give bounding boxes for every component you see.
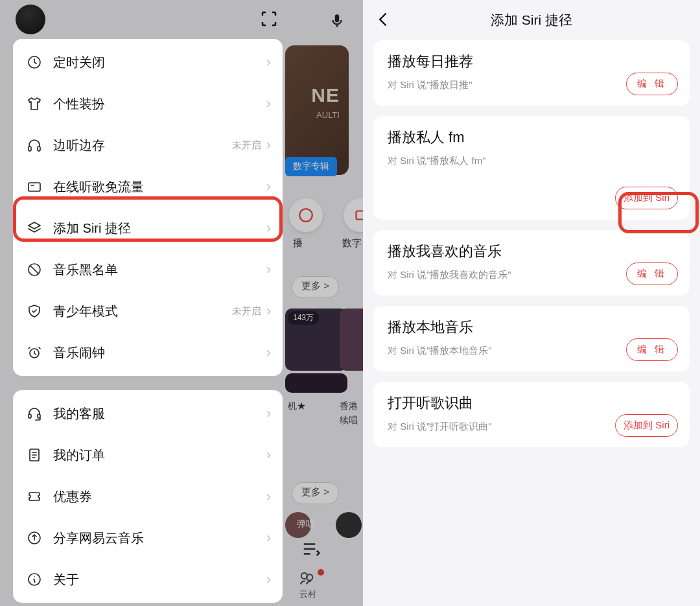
- layers-icon: [25, 220, 44, 236]
- settings-group-2: 我的客服›我的订单›优惠券›分享网易云音乐›关于›: [13, 390, 283, 603]
- settings-row-ticket[interactable]: 优惠券›: [13, 476, 283, 517]
- alarm-icon: [25, 345, 44, 360]
- shirt-icon: [25, 96, 44, 111]
- row-label: 我的订单: [53, 447, 105, 464]
- card-icon: [25, 179, 44, 194]
- siri-shortcuts-screen: 添加 Siri 捷径 播放每日推荐对 Siri 说"播放日推"编 辑播放私人 f…: [363, 0, 700, 606]
- back-icon[interactable]: [375, 10, 394, 30]
- row-label: 音乐闹钟: [53, 344, 105, 362]
- settings-row-shirt[interactable]: 个性装扮›: [13, 83, 283, 124]
- settings-row-headset[interactable]: 我的客服›: [13, 393, 283, 434]
- siri-card-title: 打开听歌识曲: [388, 393, 675, 413]
- siri-card-4: 打开听歌识曲对 Siri 说"打开听歌识曲"添加到 Siri: [373, 382, 690, 447]
- svg-rect-11: [29, 414, 31, 418]
- settings-row-share[interactable]: 分享网易云音乐›: [13, 517, 283, 559]
- settings-drawer: 定时关闭›个性装扮›边听边存未开启›在线听歌免流量›添加 Siri 捷径›音乐黑…: [13, 0, 283, 606]
- svg-rect-12: [38, 414, 40, 418]
- chevron-right-icon: ›: [266, 178, 271, 195]
- row-status: 未开启: [232, 139, 261, 152]
- settings-row-ban[interactable]: 音乐黑名单›: [13, 249, 283, 290]
- chevron-right-icon: ›: [266, 530, 271, 546]
- chevron-right-icon: ›: [266, 95, 271, 112]
- add-to-siri-button[interactable]: 添加到 Siri: [615, 414, 678, 437]
- svg-rect-7: [38, 146, 40, 151]
- chevron-right-icon: ›: [266, 571, 271, 588]
- edit-button[interactable]: 编 辑: [626, 73, 678, 95]
- row-label: 个性装扮: [53, 95, 105, 113]
- edit-button[interactable]: 编 辑: [626, 262, 678, 285]
- siri-card-3: 播放本地音乐对 Siri 说"播放本地音乐"编 辑: [373, 306, 690, 371]
- scan-icon[interactable]: [259, 9, 280, 30]
- settings-row-clock[interactable]: 定时关闭›: [13, 41, 283, 83]
- settings-row-headphones[interactable]: 边听边存未开启›: [13, 124, 283, 166]
- siri-card-title: 播放每日推荐: [388, 52, 675, 71]
- row-label: 关于: [53, 571, 79, 589]
- row-label: 音乐黑名单: [53, 261, 118, 279]
- siri-card-2: 播放我喜欢的音乐对 Siri 说"播放我喜欢的音乐"编 辑: [373, 230, 690, 296]
- chevron-right-icon: ›: [266, 405, 271, 422]
- chevron-right-icon: ›: [266, 54, 271, 71]
- row-label: 在线听歌免流量: [53, 178, 144, 196]
- clock-icon: [25, 54, 44, 70]
- row-label: 添加 Siri 捷径: [53, 220, 131, 237]
- chevron-right-icon: ›: [266, 303, 271, 320]
- row-label: 定时关闭: [53, 54, 105, 71]
- edit-button[interactable]: 编 辑: [626, 338, 678, 361]
- row-label: 优惠券: [53, 488, 92, 506]
- siri-card-title: 播放我喜欢的音乐: [388, 242, 675, 261]
- row-label: 边听边存: [53, 137, 105, 154]
- row-label: 我的客服: [53, 405, 105, 423]
- page-title: 添加 Siri 捷径: [491, 11, 572, 29]
- row-label: 青少年模式: [53, 303, 118, 320]
- headphones-icon: [25, 137, 44, 153]
- siri-card-1: 播放私人 fm对 Siri 说"播放私人 fm"添加到 Siri: [373, 116, 690, 220]
- siri-card-sub: 对 Siri 说"播放私人 fm": [388, 155, 675, 167]
- avatar[interactable]: [16, 5, 45, 34]
- chevron-right-icon: ›: [266, 220, 271, 237]
- svg-rect-6: [29, 146, 31, 151]
- row-status: 未开启: [232, 305, 261, 318]
- chevron-right-icon: ›: [266, 488, 271, 505]
- svg-rect-8: [29, 183, 40, 191]
- chevron-right-icon: ›: [266, 261, 271, 278]
- siri-card-0: 播放每日推荐对 Siri 说"播放日推"编 辑: [373, 40, 690, 106]
- headset-icon: [25, 406, 44, 421]
- settings-row-shield[interactable]: 青少年模式未开启›: [13, 290, 283, 332]
- shield-icon: [25, 303, 44, 319]
- doc-icon: [25, 447, 44, 463]
- add-to-siri-button[interactable]: 添加到 Siri: [615, 187, 678, 209]
- chevron-right-icon: ›: [266, 447, 271, 463]
- share-icon: [25, 530, 44, 546]
- settings-row-info[interactable]: 关于›: [13, 559, 283, 600]
- settings-row-layers[interactable]: 添加 Siri 捷径›: [13, 207, 283, 249]
- settings-row-alarm[interactable]: 音乐闹钟›: [13, 332, 283, 373]
- row-label: 分享网易云音乐: [53, 530, 144, 547]
- ticket-icon: [25, 489, 44, 504]
- settings-row-card[interactable]: 在线听歌免流量›: [13, 166, 283, 207]
- ban-icon: [25, 262, 44, 277]
- chevron-right-icon: ›: [266, 344, 271, 361]
- settings-row-doc[interactable]: 我的订单›: [13, 434, 283, 476]
- siri-card-title: 播放本地音乐: [388, 318, 675, 337]
- info-icon: [25, 572, 44, 587]
- siri-card-title: 播放私人 fm: [388, 128, 675, 147]
- chevron-right-icon: ›: [266, 137, 271, 154]
- settings-group-1: 定时关闭›个性装扮›边听边存未开启›在线听歌免流量›添加 Siri 捷径›音乐黑…: [13, 39, 283, 376]
